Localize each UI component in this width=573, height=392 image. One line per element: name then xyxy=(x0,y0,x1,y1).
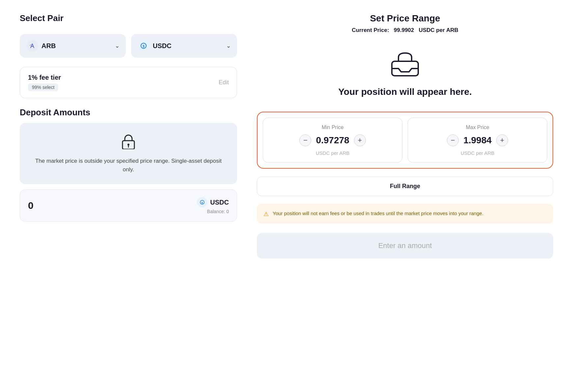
left-panel: Select Pair ARB ⌄ $ USDC ⌄ xyxy=(20,13,237,379)
lock-icon xyxy=(121,133,136,152)
arb-icon xyxy=(26,40,38,52)
fee-tier-badge: 99% select xyxy=(28,83,58,91)
fee-tier-left: 1% fee tier 99% select xyxy=(28,74,61,91)
current-price-unit: USDC per ARB xyxy=(419,27,458,33)
min-price-increase-button[interactable]: + xyxy=(354,134,366,146)
max-price-card: Max Price − 1.9984 + USDC per ARB xyxy=(408,118,547,163)
deposit-usdc-icon: $ xyxy=(197,197,207,208)
max-price-unit: USDC per ARB xyxy=(461,150,495,156)
price-range-controls: Min Price − 0.97278 + USDC per ARB Max P… xyxy=(257,112,553,169)
current-price-label: Current Price: xyxy=(352,27,389,33)
warning-text: Your position will not earn fees or be u… xyxy=(273,210,483,217)
min-price-controls: − 0.97278 + xyxy=(268,134,397,146)
deposit-section: Deposit Amounts The market price is outs… xyxy=(20,107,237,222)
min-price-label: Min Price xyxy=(322,125,344,130)
max-price-label: Max Price xyxy=(466,125,489,130)
current-price-row: Current Price: 99.9902 USDC per ARB xyxy=(257,27,553,34)
right-panel: Set Price Range Current Price: 99.9902 U… xyxy=(257,13,553,379)
right-header: Set Price Range Current Price: 99.9902 U… xyxy=(257,13,553,34)
deposit-token-label: $ USDC xyxy=(197,197,229,208)
max-price-increase-button[interactable]: + xyxy=(496,134,508,146)
full-range-button[interactable]: Full Range xyxy=(257,177,553,196)
deposit-token-symbol: USDC xyxy=(210,199,229,206)
svg-text:$: $ xyxy=(143,44,145,48)
deposit-balance: Balance: 0 xyxy=(207,209,229,214)
position-placeholder: Your position will appear here. xyxy=(257,42,553,104)
current-price-value: 99.9902 xyxy=(394,27,414,33)
deposit-input-row: 0 $ USDC Balance: 0 xyxy=(20,189,237,222)
lock-warning-text: The market price is outside your specifi… xyxy=(29,157,228,174)
token-a-select[interactable]: ARB ⌄ xyxy=(20,34,126,58)
token-b-select[interactable]: $ USDC ⌄ xyxy=(131,34,237,58)
set-price-range-title: Set Price Range xyxy=(257,13,553,24)
token-a-chevron-icon: ⌄ xyxy=(115,43,119,49)
inbox-icon xyxy=(390,51,420,81)
lock-warning-box: The market price is outside your specifi… xyxy=(20,123,237,184)
min-price-unit: USDC per ARB xyxy=(316,150,350,156)
fee-tier-label: 1% fee tier xyxy=(28,74,61,81)
min-price-value: 0.97278 xyxy=(316,135,349,146)
token-b-symbol: USDC xyxy=(153,42,172,50)
max-price-value: 1.9984 xyxy=(463,135,492,146)
edit-fee-button[interactable]: Edit xyxy=(219,79,229,86)
max-price-decrease-button[interactable]: − xyxy=(447,134,459,146)
select-pair-title: Select Pair xyxy=(20,13,237,23)
svg-text:$: $ xyxy=(202,201,203,204)
warning-triangle-icon: ⚠ xyxy=(263,210,269,218)
position-placeholder-text: Your position will appear here. xyxy=(338,87,472,97)
min-price-card: Min Price − 0.97278 + USDC per ARB xyxy=(263,118,402,163)
svg-point-0 xyxy=(28,41,37,50)
min-price-decrease-button[interactable]: − xyxy=(299,134,311,146)
fee-tier-box: 1% fee tier 99% select Edit xyxy=(20,67,237,98)
deposit-amount: 0 xyxy=(28,200,34,211)
pair-selectors: ARB ⌄ $ USDC ⌄ xyxy=(20,34,237,58)
warning-box: ⚠ Your position will not earn fees or be… xyxy=(257,204,553,224)
enter-amount-button: Enter an amount xyxy=(257,233,553,259)
token-a-symbol: ARB xyxy=(41,42,56,50)
deposit-token-info: $ USDC Balance: 0 xyxy=(197,197,229,214)
deposit-title: Deposit Amounts xyxy=(20,107,237,118)
max-price-controls: − 1.9984 + xyxy=(413,134,542,146)
usdc-icon: $ xyxy=(138,40,150,52)
token-b-chevron-icon: ⌄ xyxy=(226,43,231,49)
